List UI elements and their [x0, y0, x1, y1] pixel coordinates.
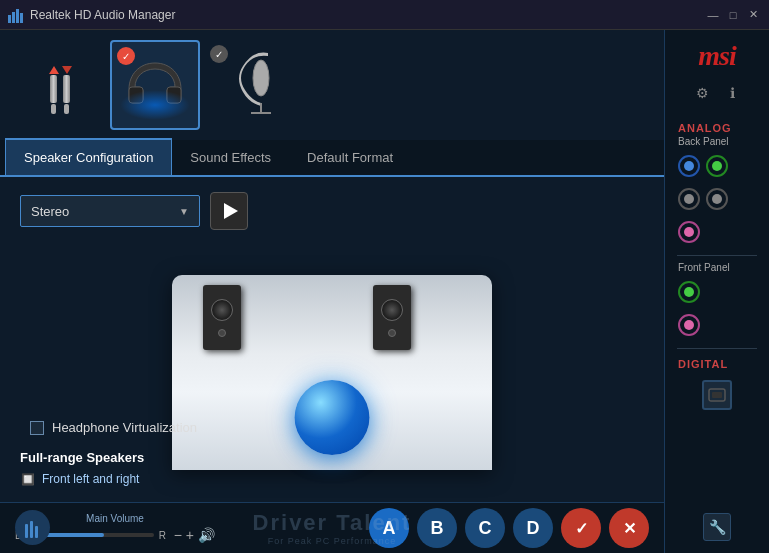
- play-triangle-icon: [224, 203, 238, 219]
- msi-logo: msi: [698, 40, 735, 72]
- info-icon[interactable]: ℹ: [721, 82, 743, 104]
- watermark: Driver Talent For Peak PC Performance: [253, 510, 412, 546]
- window-controls: — □ ✕: [705, 7, 761, 23]
- divider-1: [677, 255, 756, 256]
- play-test-button[interactable]: [210, 192, 248, 230]
- button-d[interactable]: D: [513, 508, 553, 548]
- jack-inner-green-1: [712, 161, 722, 171]
- jack-pink-front[interactable]: [678, 314, 700, 336]
- rca-arrow-up-1: [49, 66, 59, 74]
- tab-speaker-configuration[interactable]: Speaker Configuration: [5, 138, 172, 175]
- jack-gray-2[interactable]: [706, 188, 728, 210]
- device-mic[interactable]: ✓: [205, 40, 295, 130]
- jack-inner-blue-1: [684, 161, 694, 171]
- speaker-left[interactable]: [203, 285, 241, 350]
- fullrange-title: Full-range Speakers: [20, 450, 644, 465]
- button-b[interactable]: B: [417, 508, 457, 548]
- speaker-left-box: [203, 285, 241, 350]
- rca-body-1: [50, 75, 57, 103]
- jack-gray-1[interactable]: [678, 188, 700, 210]
- title-bar: Realtek HD Audio Manager — □ ✕: [0, 0, 769, 30]
- center-panel: ✓ ✓: [0, 30, 664, 553]
- svg-rect-7: [25, 524, 28, 538]
- rca-plug-1: [49, 66, 59, 114]
- jack-inner-gray-2: [712, 194, 722, 204]
- headphone-virtualization-row: Headphone Virtualization: [30, 420, 197, 435]
- dropdown-arrow-icon: ▼: [179, 206, 189, 217]
- bottom-bar: Driver Talent For Peak PC Performance Ma…: [0, 502, 664, 553]
- brand-icon: [15, 510, 50, 545]
- fullrange-item-label: Front left and right: [42, 472, 139, 486]
- rca-tip-2: [64, 104, 69, 114]
- watermark-subtitle: For Peak PC Performance: [268, 536, 397, 546]
- divider-2: [677, 348, 756, 349]
- title-bar-left: Realtek HD Audio Manager: [8, 7, 175, 23]
- front-panel-label: Front Panel: [673, 262, 730, 273]
- speaker-mute-icon[interactable]: 🔊: [198, 527, 215, 543]
- device-rca[interactable]: [15, 40, 105, 130]
- mic-badge: ✓: [210, 45, 228, 63]
- fullrange-item-front[interactable]: 🔲 Front left and right: [20, 471, 644, 487]
- speaker-right-box: [373, 285, 411, 350]
- button-confirm[interactable]: ✓: [561, 508, 601, 548]
- rca-tip-1: [51, 104, 56, 114]
- svg-rect-0: [8, 15, 11, 23]
- front-panel-row-1: [673, 281, 700, 303]
- jack-inner-pink-front: [684, 320, 694, 330]
- svg-rect-3: [20, 13, 23, 23]
- app-title: Realtek HD Audio Manager: [30, 8, 175, 22]
- content-area: Stereo ▼: [0, 177, 664, 502]
- svg-rect-8: [30, 521, 33, 538]
- jack-green-front[interactable]: [678, 281, 700, 303]
- volume-controls: − + 🔊: [174, 527, 215, 543]
- jack-inner-green-front: [684, 287, 694, 297]
- digital-label: DIGITAL: [673, 358, 728, 370]
- back-panel-row-1: [673, 155, 728, 177]
- button-cancel[interactable]: ✕: [609, 508, 649, 548]
- speaker-right[interactable]: [373, 285, 411, 350]
- maximize-button[interactable]: □: [725, 7, 741, 23]
- rca-plug-2: [62, 66, 72, 114]
- tab-sound-effects[interactable]: Sound Effects: [172, 140, 289, 175]
- close-button[interactable]: ✕: [745, 7, 761, 23]
- right-panel: msi ⚙ ℹ ANALOG Back Panel: [664, 30, 769, 553]
- back-panel-row-2: [673, 188, 728, 210]
- speaker-stage: [172, 275, 492, 470]
- jack-blue-1[interactable]: [678, 155, 700, 177]
- dropdown-value: Stereo: [31, 204, 69, 219]
- jack-green-1[interactable]: [706, 155, 728, 177]
- svg-rect-2: [16, 9, 19, 23]
- device-headphone[interactable]: ✓: [110, 40, 200, 130]
- speaker-mode-dropdown[interactable]: Stereo ▼: [20, 195, 200, 227]
- digital-output-port[interactable]: [702, 380, 732, 410]
- rca-arrow-down: [62, 66, 72, 74]
- settings-gear-icon[interactable]: ⚙: [691, 82, 713, 104]
- speaker-tweeter-right: [388, 329, 396, 337]
- svg-rect-1: [12, 12, 15, 23]
- svg-rect-9: [35, 526, 38, 538]
- headphone-icon-wrap: [115, 45, 195, 125]
- volume-decrease-button[interactable]: −: [174, 527, 182, 543]
- app-icon: [8, 7, 24, 23]
- svg-rect-11: [712, 392, 722, 398]
- fullrange-check-icon: 🔲: [20, 471, 36, 487]
- speaker-tweeter-left: [218, 329, 226, 337]
- tab-default-format[interactable]: Default Format: [289, 140, 411, 175]
- listener-sphere: [295, 380, 370, 455]
- right-icons-row: ⚙ ℹ: [691, 82, 743, 104]
- wrench-settings-button[interactable]: 🔧: [703, 513, 731, 541]
- speaker-visual-area: Headphone Virtualization: [20, 245, 644, 445]
- analog-label: ANALOG: [673, 122, 732, 134]
- volume-increase-button[interactable]: +: [186, 527, 194, 543]
- rca-body-2: [63, 75, 70, 103]
- right-channel-label: R: [159, 530, 169, 541]
- headphone-virt-checkbox[interactable]: [30, 421, 44, 435]
- jack-inner-pink-1: [684, 227, 694, 237]
- main-container: ✓ ✓: [0, 30, 769, 553]
- tabs-row: Speaker Configuration Sound Effects Defa…: [0, 140, 664, 177]
- jack-pink-1[interactable]: [678, 221, 700, 243]
- headphone-glow: [120, 90, 190, 120]
- minimize-button[interactable]: —: [705, 7, 721, 23]
- back-panel-label: Back Panel: [673, 136, 729, 147]
- button-c[interactable]: C: [465, 508, 505, 548]
